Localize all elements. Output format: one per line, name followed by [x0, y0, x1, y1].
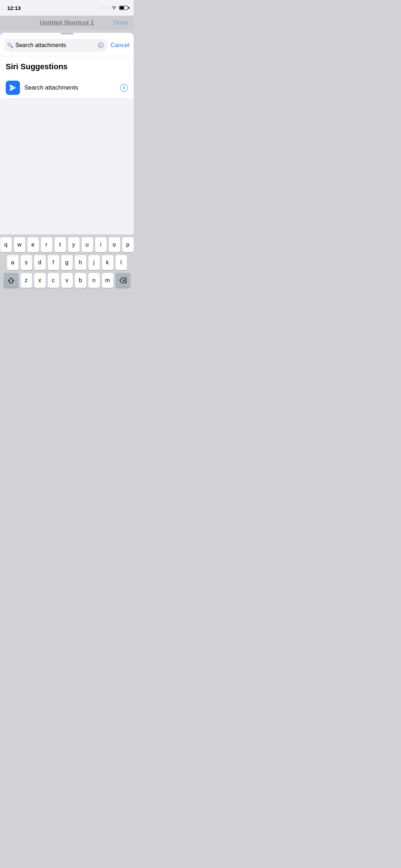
key-z[interactable]: z — [21, 273, 32, 288]
key-o[interactable]: o — [109, 237, 120, 252]
key-r[interactable]: r — [41, 237, 52, 252]
done-button-background: Done — [113, 19, 128, 26]
signal-icon — [100, 7, 109, 9]
suggestions-section: Siri Suggestions Search attachments i — [0, 56, 134, 99]
search-input[interactable] — [15, 42, 96, 49]
info-button[interactable]: i — [120, 84, 128, 92]
suggestions-title: Siri Suggestions — [6, 62, 128, 71]
key-p[interactable]: p — [122, 237, 134, 252]
keyboard: q w e r t y u i o p a s d f g h j k l z … — [0, 234, 134, 289]
clear-icon: ✕ — [99, 44, 103, 47]
key-i[interactable]: i — [95, 237, 107, 252]
key-a[interactable]: a — [7, 255, 19, 270]
key-n[interactable]: n — [88, 273, 100, 288]
battery-icon — [119, 6, 128, 10]
delete-icon — [119, 278, 127, 283]
sheet-handle — [61, 33, 73, 35]
key-f[interactable]: f — [48, 255, 59, 270]
empty-area — [0, 99, 134, 234]
key-d[interactable]: d — [34, 255, 46, 270]
direct-mail-icon — [9, 84, 17, 92]
key-k[interactable]: k — [102, 255, 113, 270]
key-c[interactable]: c — [48, 273, 59, 288]
key-y[interactable]: y — [68, 237, 79, 252]
delete-key[interactable] — [115, 273, 130, 288]
key-q[interactable]: q — [0, 237, 12, 252]
suggestion-label: Search attachments — [24, 84, 116, 91]
app-background: Untitled Shortcut 1 Done — [0, 16, 134, 30]
shift-icon — [8, 277, 14, 284]
suggestion-item[interactable]: Search attachments i — [6, 77, 128, 99]
info-icon: i — [123, 85, 125, 91]
key-t[interactable]: t — [55, 237, 66, 252]
shift-key[interactable] — [4, 273, 19, 288]
wifi-icon — [111, 6, 117, 10]
key-x[interactable]: x — [34, 273, 46, 288]
key-l[interactable]: l — [115, 255, 127, 270]
cancel-button[interactable]: Cancel — [110, 42, 129, 49]
bottom-sheet: 🔍 ✕ Cancel Siri Suggestions Search attac… — [0, 33, 134, 234]
keyboard-row-1: q w e r t y u i o p — [1, 237, 133, 252]
key-g[interactable]: g — [61, 255, 73, 270]
key-u[interactable]: u — [82, 237, 93, 252]
keyboard-row-2: a s d f g h j k l — [1, 255, 133, 270]
keyboard-row-3: z x c v b n m — [1, 273, 133, 288]
key-j[interactable]: j — [88, 255, 100, 270]
app-icon — [6, 81, 20, 95]
status-bar: 12:13 — [0, 0, 134, 16]
key-w[interactable]: w — [14, 237, 25, 252]
status-icons — [100, 6, 128, 10]
key-v[interactable]: v — [61, 273, 73, 288]
key-s[interactable]: s — [21, 255, 32, 270]
svg-marker-2 — [8, 278, 14, 283]
key-b[interactable]: b — [75, 273, 86, 288]
key-e[interactable]: e — [27, 237, 39, 252]
key-h[interactable]: h — [75, 255, 86, 270]
clear-button[interactable]: ✕ — [98, 42, 104, 49]
search-bar-container: 🔍 ✕ Cancel — [0, 39, 134, 56]
status-time: 12:13 — [7, 5, 21, 11]
search-glass-icon: 🔍 — [7, 42, 13, 48]
app-title: Untitled Shortcut 1 — [40, 19, 94, 26]
key-m[interactable]: m — [102, 273, 113, 288]
search-input-wrapper[interactable]: 🔍 ✕ — [4, 39, 107, 52]
